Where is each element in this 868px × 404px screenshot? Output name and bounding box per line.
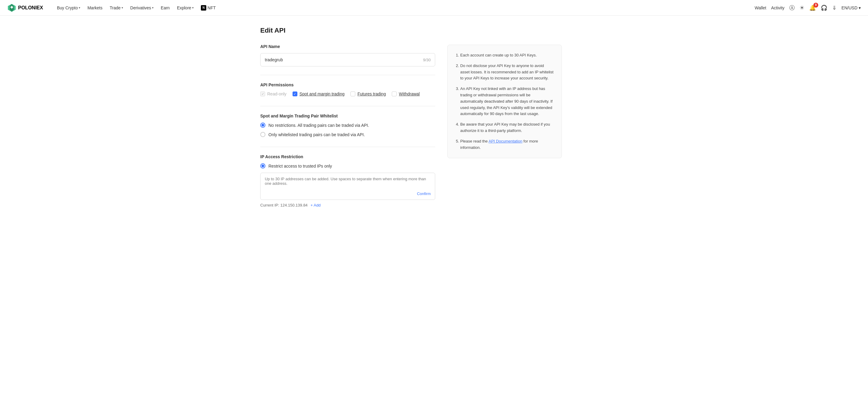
ip-radio-group: Restrict access to trusted IPs only bbox=[260, 163, 435, 169]
note-3: An API Key not linked with an IP address… bbox=[460, 86, 554, 117]
nft-logo-icon: N bbox=[201, 5, 206, 10]
whitelist-label-only-whitelisted: Only whitelisted trading pairs can be tr… bbox=[269, 132, 365, 137]
whitelist-only-whitelisted[interactable]: Only whitelisted trading pairs can be tr… bbox=[260, 132, 435, 137]
divider-2 bbox=[260, 106, 435, 106]
perm-label-withdrawal: Withdrawal bbox=[399, 91, 420, 96]
permissions-label: API Permissions bbox=[260, 82, 435, 87]
api-name-counter: 9/30 bbox=[423, 58, 431, 62]
user-icon[interactable]: Ⓐ bbox=[789, 4, 795, 11]
notes-list: Each account can create up to 30 API Key… bbox=[455, 52, 554, 151]
api-name-input-wrap: 9/30 bbox=[260, 53, 435, 66]
headset-icon[interactable]: 🎧 bbox=[820, 4, 827, 11]
api-doc-link[interactable]: API Documentation bbox=[489, 139, 522, 143]
page-title: Edit API bbox=[260, 27, 435, 34]
main-column: Edit API API Name 9/30 API Permissions R… bbox=[260, 27, 435, 215]
notification-wrapper: 🔔 9 bbox=[809, 4, 816, 11]
perm-futures[interactable]: Futures trading bbox=[350, 91, 386, 96]
api-name-input[interactable] bbox=[265, 57, 423, 62]
logo[interactable]: POLONIEX bbox=[7, 3, 43, 12]
language-selector[interactable]: EN/USD ▾ bbox=[841, 5, 861, 10]
whitelist-section: Spot and Margin Trading Pair Whitelist N… bbox=[260, 114, 435, 137]
permissions-row: Read-only Spot and margin trading Future… bbox=[260, 91, 435, 96]
perm-label-spot-margin: Spot and margin trading bbox=[300, 91, 344, 96]
ip-restrict-trusted[interactable]: Restrict access to trusted IPs only bbox=[260, 163, 435, 169]
ip-label-trusted: Restrict access to trusted IPs only bbox=[269, 164, 332, 169]
language-caret: ▾ bbox=[859, 5, 861, 10]
ip-textarea-wrap: Confirm bbox=[260, 173, 435, 200]
divider-3 bbox=[260, 147, 435, 147]
note-2: Do not disclose your API Key to anyone t… bbox=[460, 63, 554, 82]
note-4: Be aware that your API Key may be disclo… bbox=[460, 121, 554, 134]
explore-caret: ▾ bbox=[192, 6, 194, 9]
whitelist-radio-group: No restrictions. All trading pairs can b… bbox=[260, 123, 435, 137]
theme-icon[interactable]: ☀ bbox=[800, 4, 804, 11]
perm-checkbox-spot-margin bbox=[292, 91, 298, 96]
ip-textarea[interactable] bbox=[265, 177, 431, 191]
download-icon[interactable]: ⇓ bbox=[832, 4, 837, 11]
nav-nft[interactable]: N NFT bbox=[198, 3, 219, 12]
whitelist-radio-no-restrictions bbox=[260, 123, 266, 128]
ip-section: IP Access Restriction Restrict access to… bbox=[260, 154, 435, 207]
note-5: Please read the API Documentation for mo… bbox=[460, 138, 554, 151]
whitelist-radio-only-whitelisted bbox=[260, 132, 266, 137]
nav-links: Buy Crypto ▾ Markets Trade ▾ Derivatives… bbox=[54, 3, 748, 12]
ip-current-prefix: Current IP: bbox=[260, 203, 279, 207]
whitelist-no-restrictions[interactable]: No restrictions. All trading pairs can b… bbox=[260, 123, 435, 128]
page-content: Edit API API Name 9/30 API Permissions R… bbox=[253, 16, 615, 226]
whitelist-label-no-restrictions: No restrictions. All trading pairs can b… bbox=[269, 123, 369, 128]
api-name-section: API Name 9/30 bbox=[260, 44, 435, 66]
perm-spot-margin[interactable]: Spot and margin trading bbox=[292, 91, 344, 96]
buy-crypto-caret: ▾ bbox=[79, 6, 80, 9]
brand-name: POLONIEX bbox=[18, 5, 43, 10]
side-notes: Each account can create up to 30 API Key… bbox=[447, 45, 562, 158]
notification-badge: 9 bbox=[813, 3, 818, 7]
api-name-label: API Name bbox=[260, 44, 435, 49]
perm-checkbox-read-only bbox=[260, 91, 265, 96]
ip-current: Current IP: 124.150.139.84 + Add bbox=[260, 203, 435, 207]
perm-checkbox-withdrawal bbox=[392, 91, 397, 96]
nav-earn[interactable]: Earn bbox=[158, 4, 173, 12]
note-1: Each account can create up to 30 API Key… bbox=[460, 52, 554, 59]
derivatives-caret: ▾ bbox=[152, 6, 154, 9]
perm-checkbox-futures bbox=[350, 91, 355, 96]
ip-add-button[interactable]: + Add bbox=[310, 203, 320, 207]
ip-current-value: 124.150.139.84 bbox=[280, 203, 307, 207]
ip-label: IP Access Restriction bbox=[260, 154, 435, 159]
ip-confirm-button[interactable]: Confirm bbox=[417, 192, 431, 196]
navbar: POLONIEX Buy Crypto ▾ Markets Trade ▾ De… bbox=[0, 0, 868, 16]
nav-trade[interactable]: Trade ▾ bbox=[107, 4, 126, 12]
whitelist-label: Spot and Margin Trading Pair Whitelist bbox=[260, 114, 435, 118]
nav-right: Wallet Activity Ⓐ ☀ 🔔 9 🎧 ⇓ EN/USD ▾ bbox=[754, 4, 861, 11]
perm-read-only[interactable]: Read-only bbox=[260, 91, 286, 96]
side-column: Each account can create up to 30 API Key… bbox=[447, 27, 562, 215]
nav-explore[interactable]: Explore ▾ bbox=[174, 4, 197, 12]
activity-link[interactable]: Activity bbox=[771, 5, 784, 10]
perm-withdrawal[interactable]: Withdrawal bbox=[392, 91, 420, 96]
ip-confirm-area: Confirm bbox=[265, 191, 431, 196]
perm-label-read-only: Read-only bbox=[267, 91, 286, 96]
perm-label-futures: Futures trading bbox=[358, 91, 386, 96]
divider-1 bbox=[260, 75, 435, 75]
nav-buy-crypto[interactable]: Buy Crypto ▾ bbox=[54, 4, 83, 12]
ip-radio-trusted bbox=[260, 163, 266, 169]
wallet-link[interactable]: Wallet bbox=[754, 5, 766, 10]
trade-caret: ▾ bbox=[122, 6, 123, 9]
nav-derivatives[interactable]: Derivatives ▾ bbox=[127, 4, 157, 12]
permissions-section: API Permissions Read-only Spot and margi… bbox=[260, 82, 435, 96]
nav-markets[interactable]: Markets bbox=[85, 4, 105, 12]
